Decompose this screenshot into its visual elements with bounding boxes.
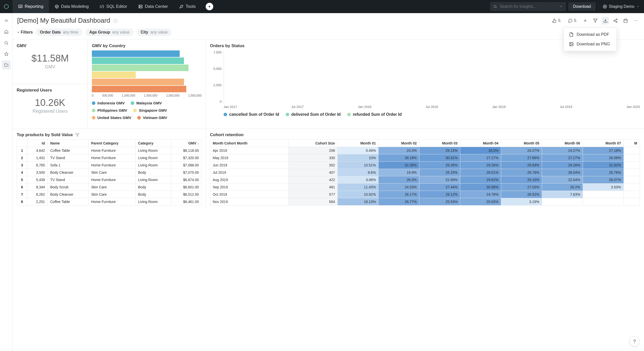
legend-item[interactable]: delivered Sum of Order Id [286, 112, 341, 117]
gmv-value: $11.58M [17, 53, 84, 64]
table-row[interactable]: 76,262Body CleanserSkin CareBody$6,512.0… [17, 191, 202, 198]
nav-data-modeling-label: Data Modeling [61, 4, 89, 9]
table-header[interactable]: Category [136, 140, 171, 147]
likes-button[interactable]: 5 [550, 17, 563, 24]
data-center-icon [138, 4, 143, 9]
folder-icon [4, 63, 9, 67]
rail-favorites[interactable] [2, 49, 11, 58]
global-search-input[interactable] [500, 4, 557, 9]
legend-item[interactable]: United States GMV [92, 115, 131, 120]
table-header[interactable]: Month 03 [419, 140, 460, 147]
file-icon [569, 32, 574, 37]
star-icon [4, 52, 9, 56]
nav-tools[interactable]: Tools [174, 0, 201, 13]
rail-expand[interactable] [2, 16, 11, 25]
table-row[interactable]: 36,765Sofa 1Home FurnitureLiving Room$7,… [17, 162, 202, 169]
nav-sql-editor[interactable]: SQL Editor [94, 0, 133, 13]
legend-item[interactable]: Indonesia GMV [92, 101, 125, 105]
more-button[interactable] [632, 17, 639, 24]
global-search[interactable] [490, 2, 566, 11]
table-header[interactable]: Name [48, 140, 89, 147]
filter-chip[interactable]: Age Group any value [85, 28, 134, 36]
table-header[interactable]: Month 02 [379, 140, 419, 147]
cohort-title: Cohort retention [210, 132, 640, 137]
legend-item[interactable]: Singapore GMV [133, 108, 167, 112]
table-header[interactable]: Parent Category [89, 140, 136, 147]
download-pdf-item[interactable]: Download as PDF [564, 30, 616, 39]
add-widget-button[interactable] [581, 17, 589, 24]
dashboard-header: [Demo] My Beautiful Dashboard 5 5 Downlo… [13, 13, 644, 27]
schedule-button[interactable] [622, 17, 629, 24]
filter-chip[interactable]: City any value [137, 28, 172, 36]
download-png-item[interactable]: Download as PNG [564, 39, 616, 49]
table-row[interactable]: 43,500Body CleanserSkin CareBody$7,075.0… [17, 169, 202, 176]
table-row[interactable]: May 201933010%28.18%30.61%27.27%27.88%27… [210, 154, 640, 162]
table-header[interactable]: Month Cohort Month [210, 140, 289, 147]
share-button[interactable] [612, 17, 619, 24]
table-header[interactable]: Month 06 [542, 140, 583, 147]
rail-home[interactable] [2, 27, 11, 36]
rail-search[interactable] [2, 38, 11, 47]
table-header[interactable]: M [624, 140, 640, 147]
table-header[interactable]: Cohort Size [289, 140, 338, 147]
legend-item[interactable]: Vietnam GMV [137, 115, 167, 120]
table-row[interactable]: 68,344Body ScrubSkin CareBody$6,601.00 [17, 184, 202, 191]
table-row[interactable]: Jul 20194078.6%19.9%26.29%28.01%26.78%26… [210, 169, 640, 176]
svg-point-9 [5, 41, 8, 44]
table-row[interactable]: Apr 20192060.49%23.3%29.13%33.5%24.27%24… [210, 147, 640, 154]
filters-toggle[interactable]: Filters [17, 30, 33, 35]
svg-point-5 [139, 6, 140, 6]
caret-down-icon [636, 5, 639, 8]
table-row[interactable]: 82,251Coffee TableHome FurnitureLiving R… [17, 198, 202, 206]
environment-switcher[interactable]: Staging Demo [598, 2, 644, 11]
table-row[interactable]: Nov 201956416.13%26.77%25.53%25.53%3.19% [210, 198, 640, 206]
table-header[interactable] [17, 140, 27, 147]
help-button[interactable]: ? [629, 336, 639, 346]
legend-item[interactable]: cancelled Sum of Order Id [224, 112, 279, 117]
table-header[interactable]: Id [27, 140, 48, 147]
svg-point-7 [494, 5, 496, 8]
svg-point-16 [616, 21, 617, 23]
table-header[interactable]: Month 07 [583, 140, 624, 147]
table-row[interactable]: 21,431TV StandHome FurnitureLiving Room$… [17, 154, 202, 162]
svg-point-18 [634, 20, 635, 21]
download-png-label: Download as PNG [577, 42, 610, 46]
rail-folders[interactable] [2, 61, 11, 70]
legend-item[interactable]: Philippines GMV [92, 108, 127, 112]
svg-point-13 [570, 43, 571, 43]
table-header[interactable]: Month 05 [501, 140, 542, 147]
table-header[interactable]: Month 01 [338, 140, 379, 147]
download-button[interactable]: Download as PDF Download as PNG [602, 17, 609, 24]
svg-point-14 [616, 19, 617, 20]
table-row[interactable]: Aug 20194223.08%26.3%22.99%29.62%29.15%2… [210, 176, 640, 184]
global-add-button[interactable] [206, 3, 213, 10]
table-header[interactable]: Month 04 [460, 140, 501, 147]
table-row[interactable]: 14,642Coffee TableHome FurnitureLiving R… [17, 147, 202, 154]
panel-cohort-retention: Cohort retention Month Cohort MonthCohor… [206, 129, 644, 209]
download-menu: Download as PDF Download as PNG [564, 27, 617, 51]
nav-reporting[interactable]: Reporting [13, 0, 49, 13]
nav-data-center[interactable]: Data Center [133, 0, 174, 13]
download-icon [603, 18, 608, 23]
app-logo[interactable] [0, 0, 13, 13]
table-row[interactable]: Jun 201935210.51%32.39%29.26%29.26%29.83… [210, 162, 640, 169]
filter-chip[interactable]: Order Date any time [36, 28, 82, 36]
table-row[interactable]: Oct 201957710.92%26.17%29.12%24.78%26.52… [210, 191, 640, 198]
svg-point-20 [637, 20, 637, 21]
table-row[interactable]: Sep 201948111.43%24.53%27.44%30.98%27.03… [210, 184, 640, 191]
filter-button[interactable] [592, 17, 599, 24]
filter-icon[interactable] [75, 133, 79, 137]
search-icon [4, 41, 9, 45]
legend-item[interactable]: refunded Sum of Order Id [347, 112, 402, 117]
gear-icon [603, 5, 607, 9]
favorite-toggle[interactable] [113, 18, 118, 23]
legend-item[interactable]: Malaysia GMV [131, 101, 162, 105]
panel-gmv: GMV $11.58M GMV [13, 40, 88, 84]
sql-icon [100, 4, 104, 9]
nav-data-modeling[interactable]: Data Modeling [49, 0, 94, 13]
panel-registered-users: Registered Users 10.26K Registered Users [13, 84, 88, 129]
table-header[interactable]: GMV ↓ [171, 140, 202, 147]
table-row[interactable]: 55,439TV StandHome FurnitureLiving Room$… [17, 176, 202, 184]
comments-button[interactable]: 5 [566, 17, 579, 24]
comments-count: 5 [574, 18, 576, 23]
